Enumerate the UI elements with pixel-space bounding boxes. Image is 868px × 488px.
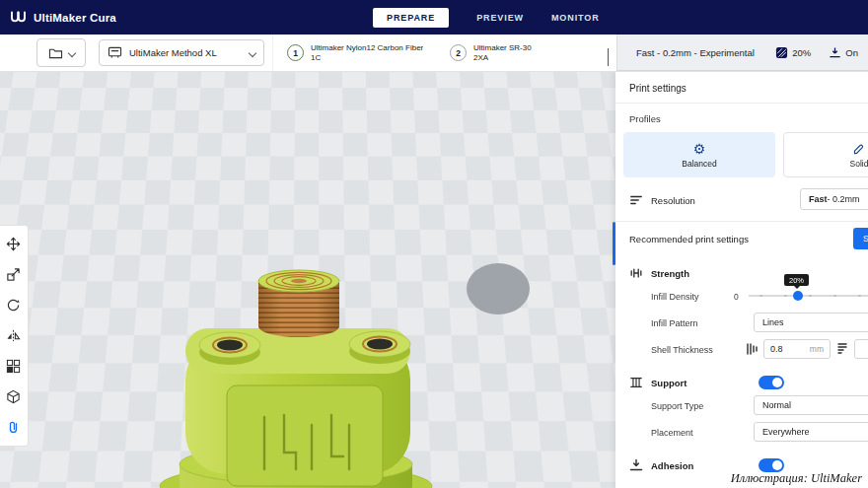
tab-prepare[interactable]: PREPARE — [373, 8, 449, 28]
app-logo: UltiMaker Cura — [10, 0, 116, 35]
profile-card-label: Balanced — [682, 159, 716, 169]
print-settings-panel: Print settings Profiles ⚙ Balanced Solid — [615, 72, 868, 488]
resolution-row: Resolution Fast - 0.2mm — [615, 188, 868, 212]
placement-row: Placement Everywhere — [651, 419, 868, 446]
extruder-2-badge: 2 — [450, 44, 467, 61]
summary-profile: Fast - 0.2mm - Experimental — [636, 47, 755, 58]
infill-pattern-row: Infill Pattern Lines — [651, 310, 868, 336]
adhesion-icon — [629, 458, 643, 472]
strength-icon — [629, 266, 643, 280]
support-icon — [629, 376, 643, 389]
app-header: UltiMaker Cura PREPARE PREVIEW MONITOR — [0, 0, 868, 35]
extruder-2-core: 2XA — [473, 53, 532, 62]
support-toggle[interactable] — [759, 376, 784, 389]
app-title: UltiMaker Cura — [34, 12, 116, 24]
shell-thickness-row: Shell Thickness 0.8 mm — [651, 336, 868, 363]
infill-density-slider[interactable]: 20% — [749, 286, 868, 306]
folder-icon — [48, 46, 63, 59]
profile-card-balanced[interactable]: ⚙ Balanced — [623, 132, 775, 177]
wall-thickness-icon — [746, 342, 758, 356]
tab-preview[interactable]: PREVIEW — [476, 13, 524, 23]
stage-tabs: PREPARE PREVIEW MONITOR — [373, 0, 600, 35]
show-custom-button[interactable]: Show custom — [853, 228, 868, 249]
slider-value-tooltip: 20% — [784, 274, 809, 286]
support-section-header: Support — [629, 373, 868, 392]
tool-custom-supports[interactable] — [0, 412, 27, 443]
mirror-icon — [6, 328, 21, 343]
tool-column — [0, 225, 29, 447]
tool-mirror[interactable] — [0, 320, 27, 351]
recommended-label: Recommended print settings — [629, 234, 749, 244]
extruder-1: 1 Ultimaker Nylon12 Carbon Fiber 1C — [287, 43, 440, 62]
recommended-row: Recommended print settings Show custom — [615, 224, 868, 253]
top-bottom-thickness-icon — [836, 342, 848, 356]
infill-pattern-dropdown[interactable]: Lines — [754, 313, 868, 332]
model-3d[interactable] — [148, 267, 444, 488]
tool-rotate[interactable] — [0, 290, 27, 320]
strength-section-header: Strength — [629, 263, 868, 283]
support-blocker-icon — [6, 389, 21, 404]
slider-min-label: 0 — [734, 292, 739, 302]
profile-cards: ⚙ Balanced Solid — [623, 132, 868, 177]
infill-density-label: Infill Density — [651, 292, 699, 302]
paperclip-icon — [6, 420, 21, 435]
profiles-label: Profiles — [615, 104, 868, 124]
tool-support-blocker[interactable] — [0, 382, 27, 412]
placement-label: Placement — [651, 428, 693, 438]
summary-adhesion-value: On — [845, 47, 858, 58]
extruder-2-material: Ultimaker SR-30 — [473, 43, 532, 52]
support-type-row: Support Type Normal — [651, 392, 868, 419]
tool-per-model-settings[interactable] — [0, 351, 27, 382]
viewport-3d[interactable] — [0, 72, 616, 488]
strength-title: Strength — [651, 268, 689, 279]
wall-thickness-input[interactable]: 0.8 mm — [763, 339, 831, 359]
support-type-dropdown[interactable]: Normal — [754, 395, 868, 415]
chevron-down-icon — [249, 48, 256, 56]
image-caption: Иллюстрация: UltiMaker — [731, 471, 862, 486]
per-model-settings-icon — [6, 359, 21, 374]
gear-icon: ⚙ — [693, 142, 706, 156]
shell-thickness-label: Shell Thickness — [651, 345, 713, 355]
adhesion-toggle[interactable] — [759, 458, 784, 472]
extruder-1-badge: 1 — [287, 44, 304, 61]
plate-circle-marking — [467, 263, 530, 314]
extruder-1-material: Ultimaker Nylon12 Carbon Fiber — [311, 43, 423, 52]
printer-icon — [108, 46, 122, 59]
printer-name: UltiMaker Method XL — [129, 47, 243, 58]
support-title: Support — [651, 378, 687, 388]
tab-monitor[interactable]: MONITOR — [551, 13, 600, 23]
chevron-down-icon — [608, 48, 609, 66]
slider-ticks — [749, 293, 868, 299]
ultimaker-logo-icon — [10, 11, 27, 25]
chevron-down-icon — [67, 48, 75, 56]
infill-icon — [775, 46, 788, 59]
support-type-label: Support Type — [651, 401, 703, 411]
infill-density-row: Infill Density 0 20% — [651, 283, 868, 310]
top-bottom-thickness-input[interactable] — [854, 339, 868, 359]
rotate-icon — [6, 298, 21, 313]
tool-move[interactable] — [0, 229, 27, 259]
summary-adhesion: On — [829, 46, 858, 59]
material-configuration[interactable]: 1 Ultimaker Nylon12 Carbon Fiber 1C 2 Ul… — [272, 35, 613, 71]
profile-card-solid[interactable]: Solid — [783, 132, 868, 177]
adhesion-title: Adhesion — [651, 460, 693, 471]
resolution-dropdown[interactable]: Fast - 0.2mm — [800, 188, 868, 210]
extruder-1-core: 1C — [311, 53, 423, 62]
adhesion-icon — [829, 46, 841, 59]
open-file-button[interactable] — [36, 38, 86, 67]
panel-title: Print settings — [615, 72, 868, 103]
printer-selector[interactable]: UltiMaker Method XL — [99, 39, 264, 66]
print-settings-summary-button[interactable]: Fast - 0.2mm - Experimental 20% On — [616, 35, 868, 71]
slider-handle[interactable] — [793, 291, 803, 301]
tool-scale[interactable] — [0, 259, 27, 290]
profile-card-label: Solid — [850, 159, 868, 169]
summary-infill: 20% — [775, 46, 811, 59]
divider — [615, 221, 868, 222]
nozzle-icon — [852, 142, 866, 156]
infill-pattern-label: Infill Pattern — [651, 318, 698, 328]
summary-infill-value: 20% — [792, 47, 811, 58]
resolution-label: Resolution — [651, 195, 695, 206]
move-icon — [6, 237, 21, 251]
placement-dropdown[interactable]: Everywhere — [754, 422, 868, 442]
layers-icon — [629, 194, 643, 206]
